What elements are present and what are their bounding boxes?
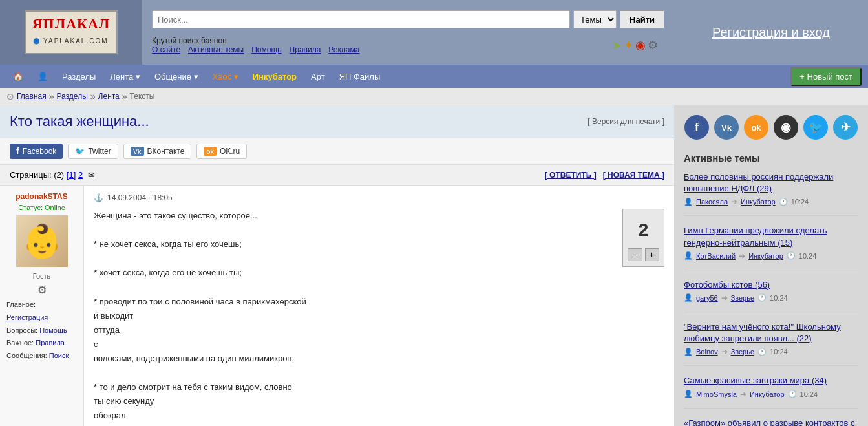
rating-plus-button[interactable]: + (645, 248, 659, 261)
rules-link[interactable]: Правила (290, 45, 321, 54)
envelope-icon: ✉ (88, 170, 95, 180)
topic-time-1: 10:24 (791, 198, 809, 206)
about-link[interactable]: О сайте (152, 45, 180, 54)
sidebar-social: f Vk ok ◉ 🐦 ✈ (684, 115, 858, 140)
clock-icon-4: 🕐 (757, 348, 767, 356)
help-user-link[interactable]: Помощь (39, 326, 67, 334)
text-line-3: * хочет секса, когда его не хочешь ты; (94, 266, 664, 280)
register-user-link[interactable]: Регистрация (6, 314, 48, 321)
settings-icon[interactable]: ⚙ (648, 38, 658, 52)
nav-incubator[interactable]: Инкубатор (246, 68, 303, 85)
clock-icon-1: 🕐 (779, 198, 788, 206)
rss-icon: ➤ (612, 38, 622, 52)
vk-icon[interactable]: Vk (714, 115, 739, 140)
topic-meta-3: 👤 gary56 ➜ Зверье 🕐 10:24 (684, 293, 858, 303)
rules-user-link[interactable]: Правила (36, 339, 65, 346)
topic-time-2: 10:24 (799, 252, 817, 260)
topic-link-6[interactable]: «Газпром» объявил о разрыве контрактов с… (684, 418, 858, 427)
nav-files[interactable]: ЯП Файлы (333, 68, 387, 85)
anchor-icon: ⚓ (94, 193, 103, 202)
topic-link-5[interactable]: Самые красивые завтраки мира (34) (684, 375, 858, 387)
search-dropdown[interactable]: Темы (573, 10, 617, 28)
ads-link[interactable]: Реклама (328, 45, 359, 54)
text-line-5: и выходит (94, 309, 664, 323)
nav-profile[interactable]: 👤 (31, 68, 54, 85)
topic-user-5[interactable]: MimoSmysla (696, 390, 737, 398)
feed-icon: ◉ (635, 38, 646, 52)
facebook-share-button[interactable]: f Facebook (10, 144, 63, 159)
topic-dest-4[interactable]: Зверье (731, 348, 754, 356)
page-2-link[interactable]: 2 (78, 170, 83, 180)
vk-share-button[interactable]: Vk ВКонтакте (123, 144, 192, 159)
breadcrumb-sep3: » (122, 91, 127, 101)
nav-home[interactable]: 🏠 (6, 68, 30, 85)
topic-user-3[interactable]: gary56 (696, 294, 718, 302)
facebook-icon[interactable]: f (684, 115, 709, 140)
ok-icon-share: ok (204, 147, 217, 156)
print-link[interactable]: [ Версия для печати ] (587, 117, 664, 126)
header: ЯПЛАКАЛ ● YAPLAKAL.COM Темы Найти Крутой… (0, 0, 868, 65)
topic-link-2[interactable]: Гимн Германии предложили сделать гендерн… (684, 225, 858, 248)
nav-sections[interactable]: Разделы (56, 68, 102, 85)
new-topic-link[interactable]: [ НОВАЯ ТЕМА ] (603, 171, 664, 180)
content-layout: Кто такая женщина... [ Версия для печати… (0, 105, 868, 426)
search-button[interactable]: Найти (620, 10, 664, 28)
topic-link-3[interactable]: Фотобомбы котов (56) (684, 279, 858, 291)
register-link[interactable]: Регистрация и вход (712, 25, 830, 40)
search-input[interactable] (152, 10, 570, 28)
topic-link-4[interactable]: "Верните нам учёного кота!" Школьному лю… (684, 321, 858, 345)
topic-time-4: 10:24 (770, 348, 788, 356)
user-icon-3: 👤 (684, 293, 693, 302)
twitter-share-button[interactable]: 🐦 Twitter (68, 144, 118, 159)
topic-meta-1: 👤 Пакосяла ➜ Инкубатор 🕐 10:24 (684, 197, 858, 206)
topic-item-3: Фотобомбы котов (56) 👤 gary56 ➜ Зверье 🕐… (684, 279, 858, 312)
pages-section: Страницы: (2) [1] 2 ✉ (10, 170, 95, 180)
nav-communication[interactable]: Общение ▾ (148, 68, 205, 85)
twitter-icon[interactable]: 🐦 (803, 115, 828, 140)
topic-item-2: Гимн Германии предложили сделать гендерн… (684, 225, 858, 270)
fb-icon: f (16, 146, 19, 156)
breadcrumb-feed[interactable]: Лента (98, 92, 120, 101)
nav-chaos[interactable]: Хаос ▾ (206, 68, 245, 85)
topic-item-1: Более половины россиян поддержали повыше… (684, 171, 858, 216)
text-line-12: её (94, 423, 664, 426)
topic-item-5: Самые красивые завтраки мира (34) 👤 Mimo… (684, 375, 858, 408)
search-user-link[interactable]: Поиск (49, 352, 69, 359)
rating-minus-button[interactable]: − (628, 248, 642, 261)
rating-widget: 2 − + (622, 209, 664, 267)
breadcrumb-home[interactable]: Главная (17, 92, 47, 101)
nav-right: + Новый пост (790, 67, 862, 86)
rating-controls: − + (628, 248, 659, 261)
user-status: Статус: Online (6, 204, 77, 211)
topic-dest-5[interactable]: Инкубатор (750, 390, 785, 398)
logo-area: ЯПЛАКАЛ ● YAPLAKAL.COM (0, 0, 142, 65)
logo-dot: ● (32, 32, 41, 49)
user-panel: padonakSTAS Статус: Online 👶 Гость ⚙ Гла… (0, 186, 84, 426)
active-topics-link[interactable]: Активные темы (188, 45, 244, 54)
nav-feed[interactable]: Лента ▾ (103, 68, 147, 85)
topic-user-2[interactable]: КотВасилий (696, 252, 736, 260)
nav-art[interactable]: Арт (304, 68, 332, 85)
topic-user-1[interactable]: Пакосяла (696, 198, 728, 206)
topic-link-1[interactable]: Более половины россиян поддержали повыше… (684, 171, 858, 195)
header-nav-links: О сайте Активные темы Помощь Правила Рек… (152, 45, 359, 54)
user-icon-5: 👤 (684, 390, 693, 398)
user-icon-2: 👤 (684, 251, 693, 260)
topic-user-4[interactable]: Boinov (696, 348, 718, 356)
topic-dest-2[interactable]: Инкубатор (748, 252, 783, 260)
user-settings-icon: ⚙ (37, 284, 47, 295)
breadcrumb-sections[interactable]: Разделы (56, 92, 87, 101)
instagram-icon[interactable]: ◉ (774, 115, 798, 140)
telegram-icon[interactable]: ✈ (833, 115, 858, 140)
breadcrumb: ⊙ Главная » Разделы » Лента » Тексты (0, 88, 868, 105)
new-post-button[interactable]: + Новый пост (790, 67, 862, 86)
ok-icon[interactable]: ok (744, 115, 768, 140)
comment-date: ⚓ 14.09.2004 - 18:05 (94, 193, 664, 202)
topic-dest-1[interactable]: Инкубатор (741, 198, 776, 206)
page-1-link[interactable]: [1] (67, 170, 76, 180)
reply-link[interactable]: [ ОТВЕТИТЬ ] (545, 171, 597, 180)
ok-share-button[interactable]: ok OK.ru (196, 144, 247, 159)
reply-actions: [ ОТВЕТИТЬ ] [ НОВАЯ ТЕМА ] (545, 171, 664, 180)
topic-dest-3[interactable]: Зверье (731, 294, 754, 302)
help-link[interactable]: Помощь (251, 45, 281, 54)
